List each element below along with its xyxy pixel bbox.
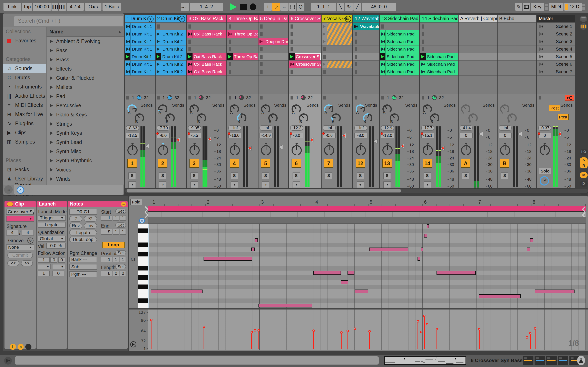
draw-mode-button[interactable]: ✎	[515, 3, 522, 11]
end-sixteenth-field[interactable]: 1	[120, 229, 126, 235]
track-header[interactable]: 13 Sidechain Pad	[380, 15, 419, 23]
solo-button[interactable]: S	[357, 173, 364, 179]
play-button[interactable]	[230, 3, 237, 11]
clip-slot[interactable]	[420, 23, 458, 30]
clip-slot[interactable]: Crossover S	[289, 53, 321, 60]
scene-launch-icon[interactable]	[539, 25, 543, 28]
arm-button[interactable]: ◑	[129, 182, 136, 188]
master-track-header[interactable]: Master	[537, 15, 575, 23]
send-b-knob[interactable]: B	[363, 113, 372, 123]
clip-launch-button[interactable]	[156, 38, 161, 45]
volume-fader-handle[interactable]	[208, 137, 211, 142]
clip-stop-button[interactable]	[260, 62, 263, 66]
name-column-header[interactable]: Name ▲	[47, 27, 124, 37]
clip-slot[interactable]	[321, 23, 352, 30]
clip-launch-button[interactable]	[420, 53, 426, 60]
clip-slot[interactable]: Oxi Bass Rack	[187, 68, 226, 76]
clip-stop-button[interactable]	[260, 32, 263, 36]
end-set-button[interactable]: Set	[115, 222, 126, 228]
browser-search[interactable]	[14, 16, 123, 26]
midi-note[interactable]	[341, 280, 348, 284]
clip-slot[interactable]	[259, 23, 288, 30]
sidebar-item-max-for-live[interactable]: ⊞Max for Live	[3, 110, 46, 119]
groove-hot-swap-icon[interactable]: ↻	[27, 238, 34, 244]
volume-fader-handle[interactable]	[310, 138, 313, 142]
follow-action-beats-field[interactable]: 0	[51, 257, 57, 263]
clip-slot[interactable]: Oxi Bass Rack	[187, 53, 226, 60]
fold-button[interactable]: Fold	[130, 199, 142, 205]
start-bar-field[interactable]: 1	[101, 215, 112, 221]
midi-note[interactable]	[151, 290, 203, 293]
track-activator-button[interactable]: 4	[230, 159, 239, 167]
arm-button[interactable]: ◑	[293, 182, 300, 188]
next-clip-button[interactable]: >>	[21, 260, 33, 266]
volume-fader-handle[interactable]	[401, 144, 404, 149]
piano-key-white[interactable]	[138, 257, 148, 261]
clip-slot[interactable]	[498, 60, 536, 68]
browser-folder-row[interactable]: Voices	[47, 165, 124, 174]
clip-slot[interactable]: Drum Kit 1	[125, 38, 155, 45]
volume-fader-handle[interactable]	[479, 132, 483, 136]
clip-slot[interactable]	[227, 38, 258, 45]
send-a-knob[interactable]: A	[190, 104, 199, 114]
velocity-stem-handle[interactable]	[417, 320, 419, 323]
prev-clip-button[interactable]: <<	[7, 260, 19, 266]
clip-slot[interactable]	[187, 38, 226, 45]
clip-slot[interactable]: Drum Kit 2	[156, 60, 186, 68]
sidebar-item-plug-ins[interactable]: ∿Plug-ins	[3, 119, 46, 128]
velocity-stem[interactable]	[151, 320, 151, 349]
volume-field[interactable]: -0.6	[323, 133, 336, 138]
track-header[interactable]: A Reverb | Compre	[458, 15, 497, 23]
clip-slot[interactable]	[259, 30, 288, 38]
clip-overview-strip[interactable]	[384, 356, 466, 365]
velocity-stem[interactable]	[347, 331, 348, 349]
clip-slot[interactable]	[227, 23, 258, 30]
clip-slot[interactable]	[321, 30, 352, 38]
browser-folder-row[interactable]: Piano & Keys	[47, 110, 124, 119]
pan-knob[interactable]	[230, 145, 240, 155]
track-activator-button[interactable]: 3	[190, 159, 199, 167]
stop-all-clips-button[interactable]	[291, 96, 293, 100]
device-thumbnail[interactable]	[558, 356, 569, 365]
track-header[interactable]: 3 Oxi Bass Rack	[187, 15, 226, 23]
piano-key-black[interactable]	[138, 243, 148, 247]
velocity-stem[interactable]	[535, 328, 536, 349]
pan-knob[interactable]	[540, 145, 550, 155]
clip-stop-button[interactable]	[157, 25, 160, 29]
device-thumbnail[interactable]	[534, 356, 545, 365]
clip-slot[interactable]: Drum Kit 1	[125, 23, 155, 30]
clip-launch-button[interactable]	[420, 68, 426, 75]
solo-button[interactable]: S	[190, 173, 198, 179]
position-sixteenth-field[interactable]: 1	[120, 257, 126, 262]
volume-field[interactable]: -15.1	[421, 133, 434, 138]
piano-key-white[interactable]	[138, 303, 148, 308]
clip-launch-button[interactable]	[156, 30, 161, 38]
clip-slot[interactable]	[227, 68, 258, 76]
pan-knob[interactable]	[423, 145, 433, 155]
detail-view-toggle[interactable]	[577, 356, 585, 365]
volume-fader-handle[interactable]	[558, 132, 561, 136]
post-b-button[interactable]: Post	[558, 114, 569, 120]
clip-slot[interactable]	[353, 38, 379, 45]
clip-stop-button[interactable]	[260, 55, 263, 59]
clip-launch-button[interactable]	[227, 30, 233, 38]
clip-slot[interactable]: Three Op Ba	[227, 53, 258, 60]
clip-launch-button[interactable]	[321, 30, 327, 38]
clip-stop-button[interactable]	[229, 70, 231, 74]
midi-notes-tab[interactable]: ♫	[17, 344, 24, 350]
velocity-stem-handle[interactable]	[526, 336, 528, 339]
fold-chevron-icon[interactable]: ▼	[147, 16, 154, 22]
stop-all-clips-button[interactable]	[229, 96, 231, 100]
volume-fader-handle[interactable]	[518, 132, 522, 136]
send-a-knob[interactable]: A	[461, 104, 470, 114]
clip-stop-button[interactable]	[422, 25, 424, 29]
piano-key-black[interactable]	[138, 229, 148, 233]
device-thumbnail[interactable]	[523, 356, 534, 365]
arrangement-position-field[interactable]: 1. 4. 2	[190, 3, 223, 11]
volume-fader-handle[interactable]	[279, 145, 283, 150]
volume-fader-handle[interactable]	[342, 133, 346, 138]
browser-folder-row[interactable]: Guitar & Plucked	[47, 73, 124, 83]
track-delay-section-toggle[interactable]: D	[580, 181, 588, 187]
velocity-stem[interactable]	[255, 330, 255, 349]
loop-region-bar[interactable]	[148, 206, 586, 212]
